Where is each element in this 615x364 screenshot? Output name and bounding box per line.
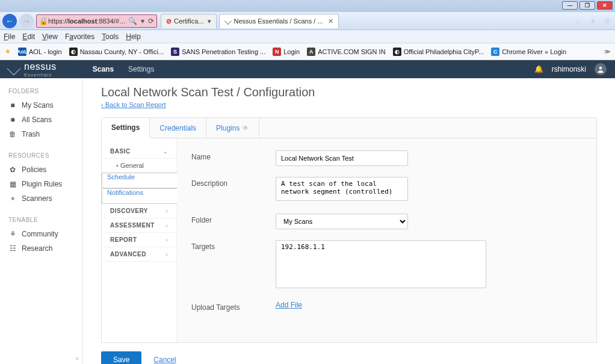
cert-tab-label: Certifica... [174,17,204,25]
sidebar-folder-label: Trash [22,130,40,138]
sidebar-resource-icon: ▦ [8,180,17,188]
product-name: nessus [24,61,57,72]
sidebar-resource-label: Plugin Rules [22,180,62,188]
link-add-file[interactable]: Add File [276,301,302,309]
config-tabs: Settings Credentials Plugins 👁 [101,117,597,138]
tools-gear-icon[interactable]: ⚙ [602,16,613,26]
sidebar-tenable-0[interactable]: ⚘Community [0,227,82,241]
lm-discovery[interactable]: DISCOVERY› [102,204,176,218]
input-targets[interactable]: 192.168.1.1 [276,240,486,288]
input-name[interactable] [276,150,408,166]
back-link[interactable]: Back to Scan Report [101,101,166,108]
window-maximize-button[interactable]: ❐ [579,1,595,10]
svg-point-0 [599,67,602,70]
sidebar-resource-2[interactable]: ⌖Scanners [0,191,82,206]
tab-credentials[interactable]: Credentials [150,118,206,138]
lm-general[interactable]: General [102,159,176,173]
select-folder[interactable]: My Scans [276,214,408,229]
sidebar-tenable-1[interactable]: ☷Research [0,241,82,256]
nav-settings[interactable]: Settings [128,65,154,73]
save-button[interactable]: Save [101,351,141,364]
favorites-star-icon[interactable]: ★ [587,16,598,26]
favorite-2[interactable]: SSANS Penetration Testing ... [171,48,265,56]
favorite-6[interactable]: CChrome River » Login [491,48,566,56]
sidebar-folder-icon: ■ [8,116,17,124]
favorite-label: SANS Penetration Testing ... [182,48,265,55]
window-titlebar: — ❐ ✕ [0,0,615,12]
sidebar-folder-1[interactable]: ■All Scans [0,113,82,127]
menu-favorites[interactable]: Favorites [65,32,94,41]
address-bar[interactable]: 🔒 https://localhost:8834/#… 🔍 ▾ ⟳ [36,14,157,28]
favorite-label: ACTIVE.COM SIGN IN [318,48,385,55]
sidebar-folder-2[interactable]: 🗑Trash [0,127,82,141]
sidebar-resource-0[interactable]: ✿Policies [0,162,82,177]
window-close-button[interactable]: ✕ [597,1,613,10]
label-upload-targets: Upload Targets [191,301,276,312]
label-folder: Folder [191,214,276,224]
favorite-label: AOL - login [29,48,62,55]
tab-settings[interactable]: Settings [102,118,150,138]
menu-tools[interactable]: Tools [102,32,119,41]
nessus-logo-icon [7,62,21,76]
label-targets: Targets [191,240,276,251]
lm-assessment[interactable]: ASSESSMENT› [102,218,176,233]
tab-close-icon[interactable]: ✕ [328,17,333,25]
favorite-5[interactable]: ◐Official Philadelphia CityP... [393,48,484,56]
menu-edit[interactable]: Edit [22,32,35,41]
menu-help[interactable]: Help [126,32,141,41]
favorite-3[interactable]: NLogin [273,48,300,56]
home-icon[interactable]: ⌂ [573,16,584,26]
nav-forward-button[interactable]: → [19,14,34,28]
favorite-label: Chrome River » Login [502,48,566,55]
search-dropdown-icon[interactable]: ▾ [141,17,144,25]
sidebar-resource-label: Policies [22,165,46,174]
sidebar-group-resources: RESOURCES [0,150,82,162]
user-avatar-icon[interactable] [595,63,607,75]
settings-form: Name Description A test scan of the loca… [177,138,596,342]
window-minimize-button[interactable]: — [562,1,578,10]
sidebar-resource-icon: ⌖ [8,194,17,203]
favorites-bar: ★ AoLAOL - login◐Nassau County, NY - Off… [0,43,615,60]
menu-file[interactable]: File [4,32,15,41]
sidebar: FOLDERS ■My Scans■All Scans🗑Trash RESOUR… [0,78,83,364]
lock-icon: 🔒 [39,17,48,25]
label-name: Name [191,150,276,161]
browser-tab-cert-error[interactable]: ⊘ Certifica... ▾ [161,14,217,28]
sidebar-folder-label: All Scans [22,116,52,124]
favorite-icon: C [491,48,499,56]
favorite-icon: ◐ [69,48,78,56]
favorite-4[interactable]: AACTIVE.COM SIGN IN [307,48,385,56]
favorite-icon: AoL [18,48,26,56]
browser-toolbar: ← → 🔒 https://localhost:8834/#… 🔍 ▾ ⟳ ⊘ … [0,12,615,30]
eye-icon: 👁 [242,124,249,132]
notifications-bell-icon[interactable]: 🔔 [534,65,543,73]
nav-scans[interactable]: Scans [93,65,114,73]
favorite-0[interactable]: AoLAOL - login [18,48,62,56]
cancel-button[interactable]: Cancel [153,356,176,364]
nav-back-button[interactable]: ← [2,14,17,28]
nessus-tab-label: Nessus Essentials / Scans / ... [234,17,323,25]
sidebar-group-folders: FOLDERS [0,85,82,98]
sidebar-folder-0[interactable]: ■My Scans [0,98,82,113]
lm-basic[interactable]: BASIC⌄ [102,144,176,159]
cert-tab-dropdown[interactable]: ▾ [208,17,211,25]
url-host: localhost [68,17,97,25]
page-title: Local Network Scan Test / Configuration [101,85,597,99]
favorite-1[interactable]: ◐Nassau County, NY - Offici... [69,48,164,56]
browser-tab-nessus[interactable]: Nessus Essentials / Scans / ... ✕ [219,14,339,28]
menu-view[interactable]: View [42,32,58,41]
url-scheme: https:// [48,17,68,25]
sidebar-folder-icon: ■ [8,101,17,110]
app-logo[interactable]: nessus Essentials [8,61,57,78]
lm-advanced[interactable]: ADVANCED› [102,247,176,262]
app-header: nessus Essentials Scans Settings 🔔 rshim… [0,60,615,78]
input-description[interactable]: A test scan of the local network segment… [276,177,408,201]
lm-report[interactable]: REPORT› [102,233,176,247]
username[interactable]: rshimonski [552,65,586,73]
tab-plugins[interactable]: Plugins 👁 [206,118,259,138]
refresh-icon[interactable]: ⟳ [148,17,154,25]
search-icon[interactable]: 🔍 [128,17,137,25]
sidebar-collapse-icon[interactable]: « [75,354,79,362]
sidebar-resource-1[interactable]: ▦Plugin Rules [0,177,82,191]
favorites-overflow[interactable]: ≫ [604,48,610,55]
